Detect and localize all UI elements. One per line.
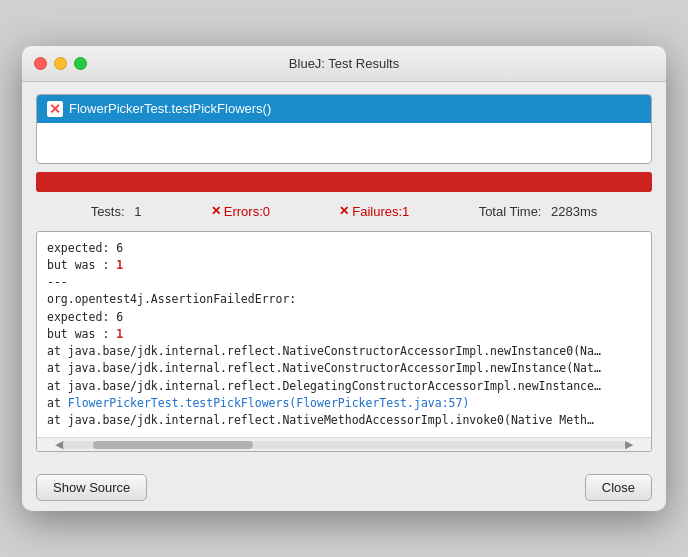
stat-failures: ✕ Failures:1 [339,204,409,219]
minimize-window-button[interactable] [54,57,67,70]
errors-label: Errors:0 [224,204,270,219]
output-area: expected: 6 but was : 1 --- org.opentest… [36,231,652,453]
tests-value: 1 [134,204,141,219]
test-list-box: ✕ FlowerPickerTest.testPickFlowers() [36,94,652,164]
scroll-left-arrow[interactable]: ◀ [55,438,63,451]
stat-errors: ✕ Errors:0 [211,204,270,219]
output-line: but was : 1 [47,257,641,274]
output-line: at java.base/jdk.internal.reflect.Native… [47,360,641,377]
output-line: expected: 6 [47,240,641,257]
stat-tests: Tests: 1 [91,204,142,219]
output-scroll[interactable]: expected: 6 but was : 1 --- org.opentest… [37,232,651,438]
maximize-window-button[interactable] [74,57,87,70]
error-value: 1 [116,258,123,272]
progress-bar [36,172,652,192]
show-source-button[interactable]: Show Source [36,474,147,501]
test-list-item[interactable]: ✕ FlowerPickerTest.testPickFlowers() [37,95,651,123]
title-bar: BlueJ: Test Results [22,46,666,82]
fail-icon: ✕ [47,101,63,117]
stat-total-time: Total Time: 2283ms [479,204,598,219]
main-window: BlueJ: Test Results ✕ FlowerPickerTest.t… [22,46,666,512]
errors-x-icon: ✕ [211,204,221,218]
scroll-right-arrow[interactable]: ▶ [625,438,633,451]
failures-x-icon: ✕ [339,204,349,218]
output-line: at FlowerPickerTest.testPickFlowers(Flow… [47,395,641,412]
horiz-scroll-track[interactable] [63,441,625,449]
close-window-button[interactable] [34,57,47,70]
horizontal-scrollbar[interactable]: ◀ ▶ [37,437,651,451]
output-line: at java.base/jdk.internal.reflect.Native… [47,412,641,429]
total-time-label: Total Time: [479,204,542,219]
output-line: --- [47,274,641,291]
test-item-label: FlowerPickerTest.testPickFlowers() [69,101,271,116]
window-title: BlueJ: Test Results [289,56,399,71]
tests-label: Tests: [91,204,125,219]
total-time-value: 2283ms [551,204,597,219]
traffic-lights [34,57,87,70]
content-area: ✕ FlowerPickerTest.testPickFlowers() Tes… [22,82,666,465]
error-value-2: 1 [116,327,123,341]
stats-row: Tests: 1 ✕ Errors:0 ✕ Failures:1 Total T… [36,200,652,223]
output-line: but was : 1 [47,326,641,343]
output-line: org.opentest4j.AssertionFailedError: [47,291,641,308]
horiz-scroll-thumb[interactable] [93,441,253,449]
output-line: at java.base/jdk.internal.reflect.Delega… [47,378,641,395]
output-line: at java.base/jdk.internal.reflect.Native… [47,343,641,360]
failures-label: Failures:1 [352,204,409,219]
close-button[interactable]: Close [585,474,652,501]
stack-link[interactable]: FlowerPickerTest.testPickFlowers(FlowerP… [68,396,470,410]
output-line: expected: 6 [47,309,641,326]
bottom-bar: Show Source Close [22,464,666,511]
